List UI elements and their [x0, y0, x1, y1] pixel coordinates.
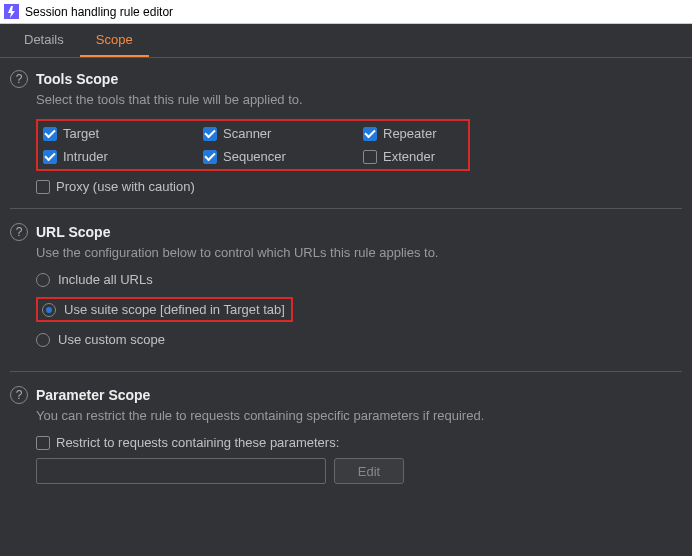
url-scope-desc: Use the configuration below to control w…: [36, 245, 682, 260]
help-icon[interactable]: ?: [10, 386, 28, 404]
param-scope-title: Parameter Scope: [36, 387, 150, 403]
checkbox-icon: [203, 127, 217, 141]
section-url-scope: ? URL Scope Use the configuration below …: [10, 223, 682, 372]
checkbox-label: Sequencer: [223, 149, 286, 164]
radio-label: Use custom scope: [58, 332, 165, 347]
checkbox-repeater[interactable]: Repeater: [363, 126, 463, 141]
checkbox-intruder[interactable]: Intruder: [43, 149, 203, 164]
section-tools-scope: ? Tools Scope Select the tools that this…: [10, 70, 682, 209]
checkbox-label: Repeater: [383, 126, 436, 141]
tab-scope[interactable]: Scope: [80, 24, 149, 57]
checkbox-extender[interactable]: Extender: [363, 149, 463, 164]
help-icon[interactable]: ?: [10, 223, 28, 241]
checkbox-icon: [36, 436, 50, 450]
checkbox-icon: [203, 150, 217, 164]
checkbox-label: Extender: [383, 149, 435, 164]
radio-suite-scope-highlight: Use suite scope [defined in Target tab]: [36, 297, 293, 322]
radio-include-all-urls[interactable]: Include all URLs: [36, 272, 682, 287]
tools-scope-title: Tools Scope: [36, 71, 118, 87]
section-parameter-scope: ? Parameter Scope You can restrict the r…: [10, 386, 682, 498]
radio-icon[interactable]: [42, 303, 56, 317]
help-icon[interactable]: ?: [10, 70, 28, 88]
tools-scope-desc: Select the tools that this rule will be …: [36, 92, 682, 107]
radio-label[interactable]: Use suite scope [defined in Target tab]: [64, 302, 285, 317]
param-input[interactable]: [36, 458, 326, 484]
checkbox-restrict-params[interactable]: Restrict to requests containing these pa…: [36, 435, 682, 450]
tab-bar: Details Scope: [0, 24, 692, 58]
checkbox-label: Restrict to requests containing these pa…: [56, 435, 339, 450]
tab-details[interactable]: Details: [8, 24, 80, 57]
checkbox-label: Target: [63, 126, 99, 141]
checkbox-icon: [363, 127, 377, 141]
radio-custom-scope[interactable]: Use custom scope: [36, 332, 682, 347]
checkbox-icon: [36, 180, 50, 194]
checkbox-proxy[interactable]: Proxy (use with caution): [36, 179, 682, 194]
window-titlebar: Session handling rule editor: [0, 0, 692, 24]
checkbox-label: Proxy (use with caution): [56, 179, 195, 194]
checkbox-icon: [363, 150, 377, 164]
checkbox-target[interactable]: Target: [43, 126, 203, 141]
checkbox-icon: [43, 127, 57, 141]
url-scope-title: URL Scope: [36, 224, 110, 240]
checkbox-label: Scanner: [223, 126, 271, 141]
tools-highlight-box: Target Scanner Repeater Intruder: [36, 119, 470, 171]
checkbox-icon: [43, 150, 57, 164]
edit-button[interactable]: Edit: [334, 458, 404, 484]
param-scope-desc: You can restrict the rule to requests co…: [36, 408, 682, 423]
window-title: Session handling rule editor: [25, 5, 173, 19]
app-icon: [4, 4, 19, 19]
radio-icon: [36, 273, 50, 287]
radio-icon: [36, 333, 50, 347]
radio-label: Include all URLs: [58, 272, 153, 287]
checkbox-sequencer[interactable]: Sequencer: [203, 149, 363, 164]
checkbox-scanner[interactable]: Scanner: [203, 126, 363, 141]
checkbox-label: Intruder: [63, 149, 108, 164]
